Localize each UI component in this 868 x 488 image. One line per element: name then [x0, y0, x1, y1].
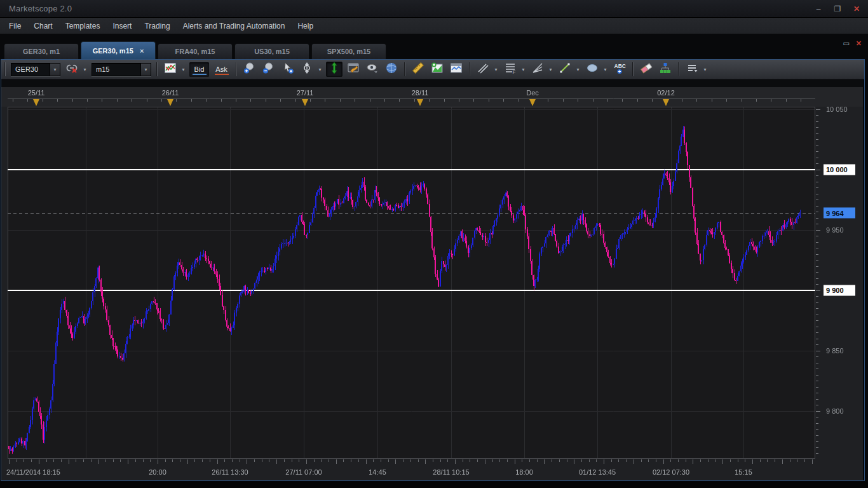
ruler-icon: [412, 62, 424, 77]
time-label-15-15: 15:15: [735, 468, 752, 476]
time-label-28-11-10-15: 28/11 10:15: [433, 468, 469, 476]
time-label-27-11-07-00: 27/11 07:00: [285, 468, 322, 476]
zoom-in-icon: [243, 62, 256, 77]
zoom-vertical-icon: [301, 62, 313, 77]
zoom-out-button[interactable]: [261, 62, 277, 77]
fibonacci-button[interactable]: F: [502, 62, 519, 77]
bid-toggle-label: Bid: [194, 65, 205, 73]
price-label-10050: 10 050: [826, 105, 848, 113]
link-broken-icon: [65, 62, 78, 77]
application-window: Marketscope 2.0 –❐✕ FileChartTemplatesIn…: [0, 0, 868, 488]
price-label-9950: 9 950: [826, 226, 844, 234]
ellipse-tool-dropdown[interactable]: ▾: [602, 62, 609, 77]
add-indicator-icon: [431, 62, 444, 77]
timeframe-combo[interactable]: m15▾: [92, 63, 151, 76]
date-label-28-11: 28/11: [412, 89, 429, 97]
time-label-02-12-07-30: 02/12 07:30: [653, 468, 689, 476]
symbol-combo-arrow[interactable]: ▾: [50, 64, 60, 76]
visibility-button[interactable]: [364, 62, 381, 77]
toolbar-separator: [236, 62, 237, 76]
bid-toggle-underline: [193, 74, 207, 75]
toolbar-separator: [632, 62, 634, 76]
time-label-26-11-13-30: 26/11 13:30: [212, 468, 248, 476]
fan-lines-button[interactable]: [529, 62, 546, 77]
time-label-20-00: 20:00: [149, 468, 166, 476]
toolbar-menu-dropdown[interactable]: ▾: [702, 62, 709, 77]
toolbar-menu-button[interactable]: [684, 62, 700, 77]
line-tool-dropdown[interactable]: ▾: [574, 62, 581, 77]
chart-type-dropdown[interactable]: ▾: [180, 62, 187, 77]
fibonacci-dropdown[interactable]: ▾: [520, 62, 527, 77]
visibility-icon: [366, 62, 379, 77]
web-globe-icon: [385, 62, 398, 77]
chart-toolbar: GER30▾▾m15▾▾BidAsk▾▾F▾▾▾▾ABC▾: [1, 60, 864, 79]
text-tool-icon: ABC: [613, 62, 626, 77]
zoom-select-icon: [281, 62, 294, 77]
web-globe-button[interactable]: [383, 62, 400, 77]
zoom-in-button[interactable]: [241, 62, 258, 77]
ask-toggle-label: Ask: [215, 65, 227, 73]
toolbar-separator: [156, 62, 158, 76]
date-label-Dec: Dec: [526, 89, 539, 97]
indicator-window-button[interactable]: [448, 62, 465, 77]
zoom-vertical-button[interactable]: [299, 62, 315, 77]
symbol-combo[interactable]: GER30▾: [11, 63, 60, 76]
chart-type-icon: [164, 62, 177, 77]
autoscale-icon: [328, 62, 341, 77]
trend-lines-button[interactable]: [475, 62, 491, 77]
hline-price-badge-10000: 10 000: [824, 164, 855, 175]
timeframe-combo-value: m15: [92, 65, 140, 73]
ruler-button[interactable]: [410, 62, 426, 77]
ellipse-tool-button[interactable]: [584, 62, 600, 77]
toolbar-separator: [404, 62, 405, 76]
applied-styles-icon: [347, 62, 360, 77]
date-label-26-11: 26/11: [162, 89, 179, 97]
timeframe-combo-arrow[interactable]: ▾: [140, 64, 151, 76]
indicator-window-icon: [450, 62, 463, 77]
toolbar-separator: [678, 62, 679, 76]
line-tool-icon: [559, 62, 571, 77]
symbol-combo-value: GER30: [11, 65, 50, 73]
date-label-27-11: 27/11: [297, 89, 314, 97]
current-price-badge: 9 964: [824, 208, 855, 219]
time-label-24-11-2014-18-15: 24/11/2014 18:15: [6, 468, 60, 476]
zoom-options-dropdown[interactable]: ▾: [316, 62, 323, 77]
trend-lines-icon: [477, 62, 489, 77]
svg-text:ABC: ABC: [614, 63, 626, 69]
time-label-14-45: 14:45: [369, 468, 386, 476]
ellipse-tool-icon: [586, 62, 599, 77]
fan-lines-dropdown[interactable]: ▾: [547, 62, 554, 77]
fibonacci-icon: F: [504, 62, 517, 77]
time-label-18-00: 18:00: [515, 468, 533, 476]
toolbar-menu-icon: [686, 62, 698, 77]
eraser-icon: [640, 62, 653, 77]
date-label-25-11: 25/11: [28, 89, 45, 97]
hline-price-badge-9900: 9 900: [824, 285, 855, 295]
bid-toggle[interactable]: Bid: [189, 62, 209, 77]
add-indicator-button[interactable]: [429, 62, 445, 77]
eraser-button[interactable]: [638, 62, 654, 77]
object-manager-button[interactable]: [657, 62, 674, 77]
zoom-select-button[interactable]: [280, 62, 296, 77]
toolbar-separator: [469, 62, 470, 76]
zoom-out-icon: [262, 62, 275, 77]
price-label-9800: 9 800: [826, 407, 844, 415]
text-tool-button[interactable]: ABC: [611, 62, 628, 77]
price-label-9850: 9 850: [826, 347, 844, 355]
link-options-dropdown[interactable]: ▾: [81, 62, 88, 77]
time-label-01-12-13-45: 01/12 13:45: [579, 468, 616, 476]
object-manager-icon: [659, 62, 672, 77]
line-tool-button[interactable]: [557, 62, 573, 77]
link-broken-button[interactable]: [64, 62, 80, 77]
svg-text:F: F: [513, 69, 516, 74]
ask-toggle[interactable]: Ask: [212, 62, 231, 77]
fan-lines-icon: [531, 62, 544, 77]
applied-styles-button[interactable]: [345, 62, 362, 77]
date-label-02-12: 02/12: [657, 89, 675, 97]
toolbar-grip[interactable]: [4, 62, 6, 76]
chart-type-button[interactable]: [162, 62, 179, 77]
ask-toggle-underline: [215, 74, 229, 75]
trend-lines-dropdown[interactable]: ▾: [492, 62, 499, 77]
autoscale-button[interactable]: [326, 62, 342, 77]
